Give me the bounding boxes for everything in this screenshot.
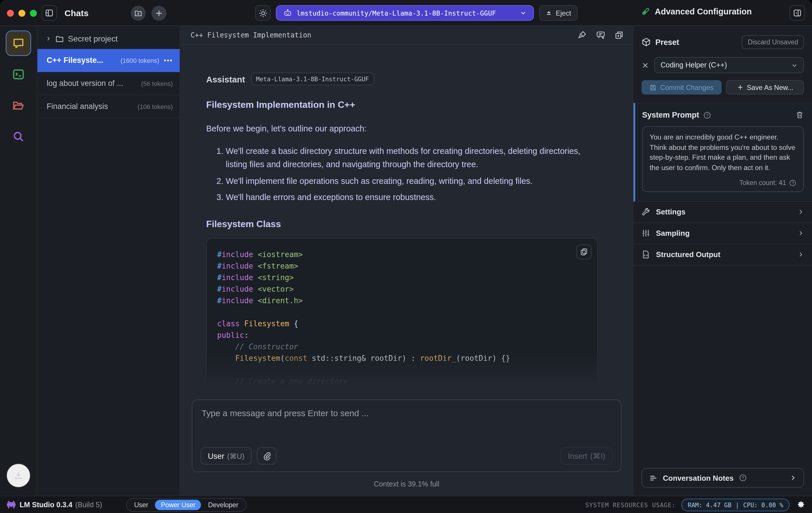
test-tube-icon [641,7,650,16]
section-label: Structured Output [656,250,720,259]
eject-label: Eject [556,9,571,17]
insert-shortcut: (⌘I) [590,451,606,461]
list-item: We'll implement file operations such as … [226,174,599,188]
chat-list-item[interactable]: log about version of ...(56 tokens) [37,72,180,95]
chats-sidebar: Secret project C++ Filesyste...(1600 tok… [37,26,180,496]
resource-usage-pill[interactable]: RAM: 4.47 GB | CPU: 0.00 % [682,498,789,511]
robot-icon [283,9,292,17]
mode-user[interactable]: User [128,500,154,510]
user-mode-switcher: UserPower UserDeveloper [126,498,246,512]
toggle-right-panel-button[interactable] [789,5,805,21]
chat-list: C++ Filesyste...(1600 tokens)•••log abou… [37,49,180,118]
section-settings[interactable]: Settings [634,202,812,223]
chat-title: C++ Filesyste... [47,56,104,64]
eject-model-button[interactable]: Eject [539,5,577,21]
minimize-window-button[interactable] [19,10,25,17]
titlebar: Chats [0,0,812,26]
toggle-left-sidebar-button[interactable] [41,5,57,21]
chat-main-area: C++ Filesystem Implementation [180,26,633,496]
folder-icon [55,34,64,43]
insert-label: Insert [568,452,587,460]
svg-text:?: ? [706,113,708,117]
plus-icon [737,84,744,90]
chevron-right-icon [46,36,51,42]
downloads-button[interactable] [6,463,31,488]
save-as-new-label: Save As New... [747,83,793,91]
new-folder-button[interactable] [131,6,146,21]
close-window-button[interactable] [7,10,14,17]
chat-title: Financial analysis [47,102,108,111]
help-icon[interactable]: ? [789,179,796,187]
system-prompt-text: You are an incredibly good C++ engineer.… [649,133,796,173]
role-selector-button[interactable]: User (⌘U) [200,447,252,465]
panel-right-icon [793,9,802,17]
role-shortcut: (⌘U) [227,452,244,460]
section-sampling[interactable]: Sampling [634,223,812,244]
message-heading-2: Filesystem Class [206,219,599,230]
mode-power-user[interactable]: Power User [155,500,201,510]
list-item: We'll create a basic directory structure… [226,145,599,172]
clear-preset-button[interactable] [641,61,649,69]
list-item: We'll handle errors and exceptions to en… [226,191,599,205]
section-label: Sampling [656,229,690,238]
zoom-window-button[interactable] [30,10,37,17]
insert-message-button[interactable]: Insert (⌘I) [560,447,613,465]
panel-title: Advanced Configuration [655,7,752,16]
folder-secret-project[interactable]: Secret project [37,26,180,49]
gear-icon [258,8,267,18]
nav-developer-tab[interactable] [6,62,31,87]
section-label: Settings [656,208,686,216]
nav-discover-tab[interactable] [6,124,31,149]
message-list: We'll create a basic directory structure… [206,145,599,205]
chat-token-count: (1600 tokens) [120,57,159,64]
delete-system-prompt-button[interactable] [795,111,804,119]
chevron-right-icon [798,251,804,258]
preset-selected-value: Coding Helper (C++) [661,61,727,69]
nav-chat-tab[interactable] [6,31,31,56]
message-input[interactable] [202,408,612,441]
clean-conversation-button[interactable] [578,31,587,40]
commit-changes-label: Commit Changes [660,83,714,91]
mode-developer[interactable]: Developer [202,500,244,510]
duplicate-chat-button[interactable] [614,31,624,40]
conversation-title: C++ Filesystem Implementation [191,31,311,39]
chat-list-item[interactable]: Financial analysis(106 tokens) [37,95,180,118]
chevron-down-icon [520,10,526,16]
assistant-label: Assistant [206,74,245,84]
loaded-model-selector[interactable]: lmstudio-community/Meta-Llama-3.1-8B-Ins… [276,5,534,21]
chat-bubble-icon [12,37,25,50]
new-chat-button[interactable] [151,6,167,21]
system-prompt-editor[interactable]: You are an incredibly good C++ engineer.… [642,126,804,192]
message-heading-1: Filesystem Implementation in C++ [206,100,599,110]
attach-file-button[interactable] [257,447,277,465]
settings-gear-button[interactable] [796,500,805,509]
chat-token-count: (106 tokens) [138,103,173,110]
context-usage-status: Context is 39.1% full [180,480,633,488]
nav-my-models-tab[interactable] [6,93,31,118]
download-icon [13,470,24,481]
commit-changes-button[interactable]: Commit Changes [641,80,722,94]
clear-messages-button[interactable] [596,31,605,40]
chat-list-item[interactable]: C++ Filesyste...(1600 tokens)••• [37,49,180,72]
folder-plus-icon [134,9,142,17]
status-bar: LM Studio 0.3.4 (Build 5) UserPower User… [0,496,812,513]
discard-unsaved-button[interactable]: Discard Unsaved [742,35,804,49]
save-as-new-button[interactable]: Save As New... [726,80,804,94]
chat-title: log about version of ... [47,79,123,88]
section-structured-output[interactable]: Structured Output [634,244,812,266]
model-badge: Meta-Llama-3.1-8B-Instruct-GGUF [251,73,374,85]
wrench-icon [641,208,650,216]
preset-select[interactable]: Coding Helper (C++) [654,57,804,73]
chevron-right-icon [789,475,796,481]
conversation-notes-button[interactable]: Conversation Notes ? [641,468,804,488]
app-version: LM Studio 0.3.4 [20,501,72,509]
chat-item-menu-button[interactable]: ••• [164,56,173,64]
model-settings-button[interactable] [255,5,271,21]
page-title: Chats [64,8,88,18]
copy-code-button[interactable] [577,244,591,260]
file-code-icon [641,250,650,259]
help-icon[interactable]: ? [703,111,711,119]
resources-label: SYSTEM RESOURCES USAGE: [585,501,676,508]
cpu-usage: CPU: 0.00 % [743,501,783,508]
advanced-configuration-panel: Preset Discard Unsaved Coding Helper (C+… [633,26,812,496]
